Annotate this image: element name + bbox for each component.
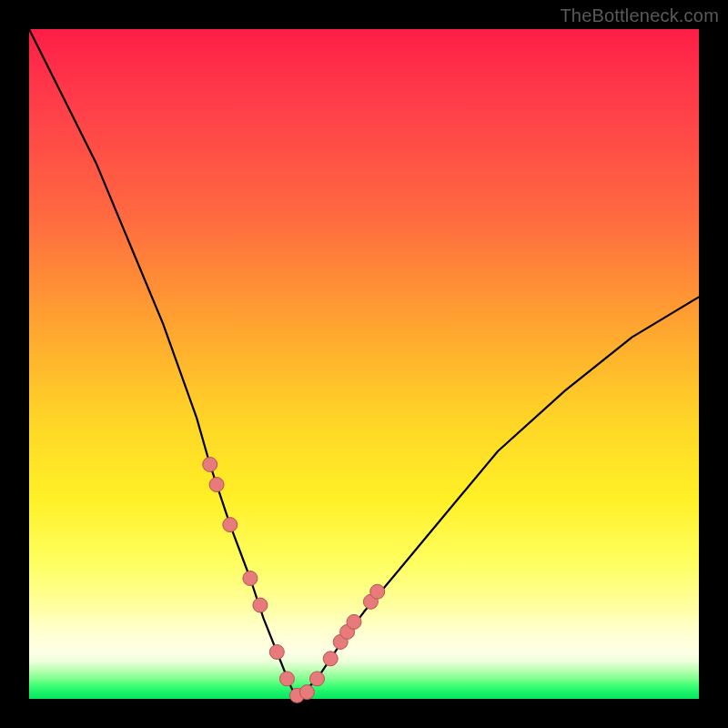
curve-marker	[209, 478, 224, 492]
curve-marker	[223, 518, 238, 532]
curve-marker	[253, 598, 268, 612]
watermark-text: TheBottleneck.com	[560, 5, 719, 26]
curve-markers	[203, 457, 385, 703]
curve-marker	[310, 672, 325, 686]
curve-marker	[299, 685, 314, 700]
curve-marker	[347, 614, 361, 629]
curve-marker	[279, 672, 294, 686]
curve-marker	[203, 457, 217, 471]
chart-svg	[29, 29, 699, 699]
curve-marker	[243, 571, 258, 586]
curve-marker	[269, 645, 284, 660]
curve-marker	[370, 584, 385, 599]
curve-marker	[323, 652, 338, 666]
plot-area	[29, 29, 699, 699]
chart-frame: TheBottleneck.com	[0, 0, 728, 728]
